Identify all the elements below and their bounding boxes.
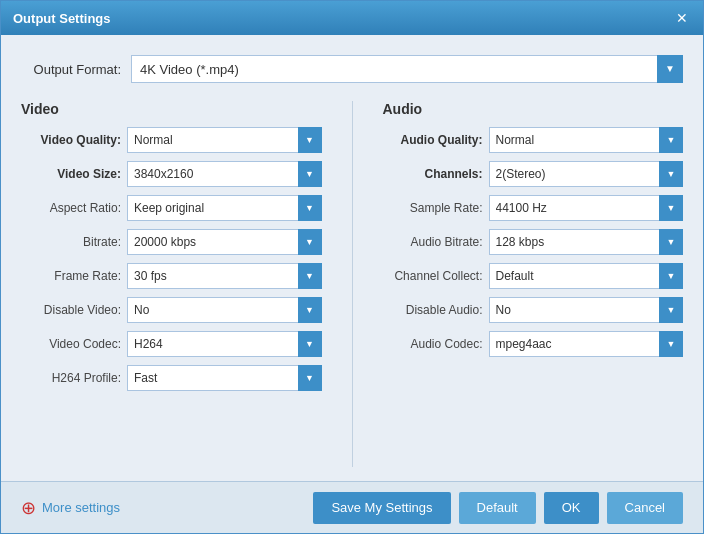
audio-bitrate-label: Audio Bitrate: — [383, 235, 483, 249]
video-quality-label: Video Quality: — [21, 133, 121, 147]
bitrate-row: Bitrate: 20000 kbps10000 kbps5000 kbps — [21, 229, 322, 255]
sample-rate-select-wrapper: 44100 Hz48000 Hz22050 Hz — [489, 195, 684, 221]
h264-profile-select-wrapper: FastNormalHigh — [127, 365, 322, 391]
disable-audio-select-wrapper: NoYes — [489, 297, 684, 323]
video-size-label: Video Size: — [21, 167, 121, 181]
video-size-row: Video Size: 3840x21601920x10801280x720 — [21, 161, 322, 187]
sample-rate-select[interactable]: 44100 Hz48000 Hz22050 Hz — [489, 195, 684, 221]
close-button[interactable]: ✕ — [673, 9, 691, 27]
bitrate-label: Bitrate: — [21, 235, 121, 249]
cancel-button[interactable]: Cancel — [607, 492, 683, 524]
disable-audio-label: Disable Audio: — [383, 303, 483, 317]
aspect-ratio-label: Aspect Ratio: — [21, 201, 121, 215]
h264-profile-select[interactable]: FastNormalHigh — [127, 365, 322, 391]
disable-video-label: Disable Video: — [21, 303, 121, 317]
audio-codec-select-wrapper: mpeg4aacmp3aac — [489, 331, 684, 357]
channel-collect-select[interactable]: DefaultCustom — [489, 263, 684, 289]
disable-audio-row: Disable Audio: NoYes — [383, 297, 684, 323]
channels-select[interactable]: 2(Stereo)1(Mono)5.1 — [489, 161, 684, 187]
frame-rate-select-wrapper: 30 fps60 fps24 fps — [127, 263, 322, 289]
sample-rate-label: Sample Rate: — [383, 201, 483, 215]
audio-bitrate-row: Audio Bitrate: 128 kbps192 kbps256 kbps — [383, 229, 684, 255]
disable-audio-select[interactable]: NoYes — [489, 297, 684, 323]
audio-quality-row: Audio Quality: NormalHighLow — [383, 127, 684, 153]
channel-collect-label: Channel Collect: — [383, 269, 483, 283]
disable-video-row: Disable Video: NoYes — [21, 297, 322, 323]
audio-panel: Audio Audio Quality: NormalHighLow Chann… — [383, 101, 684, 467]
audio-codec-label: Audio Codec: — [383, 337, 483, 351]
more-settings-button[interactable]: ⊕ More settings — [21, 497, 120, 519]
title-bar: Output Settings ✕ — [1, 1, 703, 35]
channels-label: Channels: — [383, 167, 483, 181]
default-button[interactable]: Default — [459, 492, 536, 524]
output-format-select-wrapper: 4K Video (*.mp4) HD Video (*.mp4) SD Vid… — [131, 55, 683, 83]
bitrate-select-wrapper: 20000 kbps10000 kbps5000 kbps — [127, 229, 322, 255]
channel-collect-row: Channel Collect: DefaultCustom — [383, 263, 684, 289]
save-settings-button[interactable]: Save My Settings — [313, 492, 450, 524]
video-codec-select[interactable]: H264H265MPEG4 — [127, 331, 322, 357]
video-panel-title: Video — [21, 101, 322, 117]
video-codec-row: Video Codec: H264H265MPEG4 — [21, 331, 322, 357]
output-format-select[interactable]: 4K Video (*.mp4) HD Video (*.mp4) SD Vid… — [131, 55, 683, 83]
aspect-ratio-select-wrapper: Keep original16:94:3 — [127, 195, 322, 221]
aspect-ratio-select[interactable]: Keep original16:94:3 — [127, 195, 322, 221]
h264-profile-label: H264 Profile: — [21, 371, 121, 385]
audio-panel-title: Audio — [383, 101, 684, 117]
video-panel: Video Video Quality: NormalHighLow Video… — [21, 101, 322, 467]
output-format-row: Output Format: 4K Video (*.mp4) HD Video… — [21, 49, 683, 89]
audio-bitrate-select-wrapper: 128 kbps192 kbps256 kbps — [489, 229, 684, 255]
video-codec-label: Video Codec: — [21, 337, 121, 351]
footer: ⊕ More settings Save My Settings Default… — [1, 481, 703, 533]
panel-divider — [352, 101, 353, 467]
more-settings-label: More settings — [42, 500, 120, 515]
audio-codec-row: Audio Codec: mpeg4aacmp3aac — [383, 331, 684, 357]
audio-codec-select[interactable]: mpeg4aacmp3aac — [489, 331, 684, 357]
video-codec-select-wrapper: H264H265MPEG4 — [127, 331, 322, 357]
channels-row: Channels: 2(Stereo)1(Mono)5.1 — [383, 161, 684, 187]
panels: Video Video Quality: NormalHighLow Video… — [21, 101, 683, 467]
disable-video-select[interactable]: NoYes — [127, 297, 322, 323]
footer-buttons: Save My Settings Default OK Cancel — [313, 492, 683, 524]
frame-rate-row: Frame Rate: 30 fps60 fps24 fps — [21, 263, 322, 289]
ok-button[interactable]: OK — [544, 492, 599, 524]
bitrate-select[interactable]: 20000 kbps10000 kbps5000 kbps — [127, 229, 322, 255]
video-size-select-wrapper: 3840x21601920x10801280x720 — [127, 161, 322, 187]
dialog-title: Output Settings — [13, 11, 111, 26]
audio-quality-label: Audio Quality: — [383, 133, 483, 147]
audio-quality-select[interactable]: NormalHighLow — [489, 127, 684, 153]
disable-video-select-wrapper: NoYes — [127, 297, 322, 323]
dialog-content: Output Format: 4K Video (*.mp4) HD Video… — [1, 35, 703, 481]
channels-select-wrapper: 2(Stereo)1(Mono)5.1 — [489, 161, 684, 187]
frame-rate-label: Frame Rate: — [21, 269, 121, 283]
video-size-select[interactable]: 3840x21601920x10801280x720 — [127, 161, 322, 187]
video-quality-select-wrapper: NormalHighLow — [127, 127, 322, 153]
output-format-label: Output Format: — [21, 62, 121, 77]
video-quality-select[interactable]: NormalHighLow — [127, 127, 322, 153]
more-settings-icon: ⊕ — [21, 497, 36, 519]
audio-quality-select-wrapper: NormalHighLow — [489, 127, 684, 153]
output-settings-dialog: Output Settings ✕ Output Format: 4K Vide… — [0, 0, 704, 534]
audio-bitrate-select[interactable]: 128 kbps192 kbps256 kbps — [489, 229, 684, 255]
sample-rate-row: Sample Rate: 44100 Hz48000 Hz22050 Hz — [383, 195, 684, 221]
video-quality-row: Video Quality: NormalHighLow — [21, 127, 322, 153]
frame-rate-select[interactable]: 30 fps60 fps24 fps — [127, 263, 322, 289]
channel-collect-select-wrapper: DefaultCustom — [489, 263, 684, 289]
h264-profile-row: H264 Profile: FastNormalHigh — [21, 365, 322, 391]
aspect-ratio-row: Aspect Ratio: Keep original16:94:3 — [21, 195, 322, 221]
